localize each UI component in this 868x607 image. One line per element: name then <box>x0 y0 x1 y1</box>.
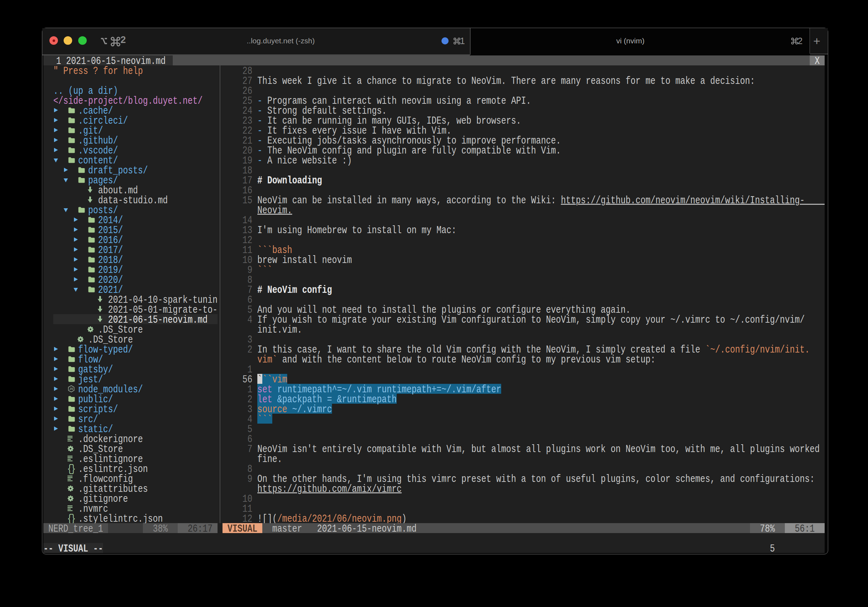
svg-text:JS: JS <box>69 387 73 390</box>
